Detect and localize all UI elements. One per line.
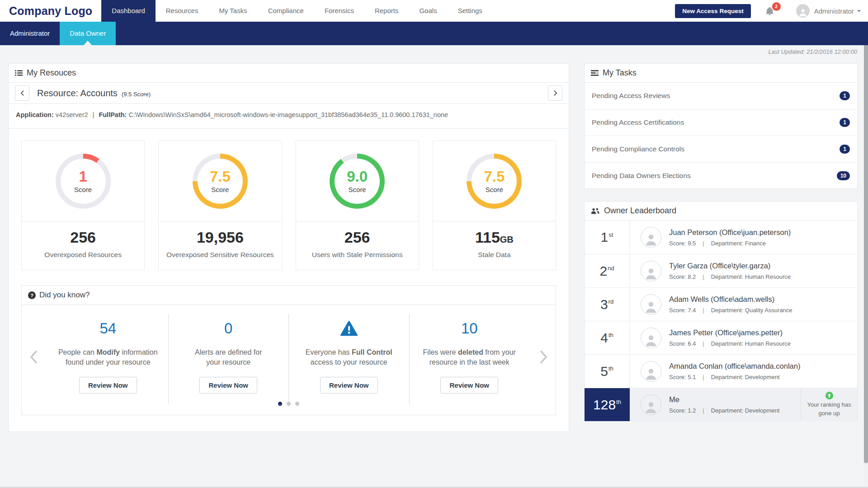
carousel-text: Files were deleted from your resource in… [415, 347, 523, 367]
score-cards: 1 Score 256 Overexposed Resources 7.5 Sc… [21, 141, 556, 270]
nav-item-forensics[interactable]: Forensics [314, 0, 364, 22]
leaderboard-row-1[interactable]: 1st Juan Peterson (Office\juan.peterson)… [585, 221, 857, 254]
owner-score: Score: 7.4 [669, 307, 696, 314]
next-resource-button[interactable] [548, 85, 562, 101]
carousel-next-button[interactable] [539, 349, 547, 366]
panel-title: My Resouces [27, 68, 76, 78]
question-circle-icon: ? [28, 291, 36, 299]
score-value: 9.0 [347, 169, 368, 184]
rank-suffix: st [609, 231, 613, 238]
application-label: Application: [16, 111, 54, 118]
fullpath-label: FullPath: [99, 111, 127, 118]
text-pre: Everyone has [306, 348, 352, 356]
card-overexposed-sensitive-resources: 7.5 Score 19,956 Overexposed Sensitive R… [158, 141, 282, 270]
score-donut: 1 Score [56, 154, 111, 209]
task-row-pending-access-certifications[interactable]: Pending Access Certifications 1 [585, 109, 857, 136]
nav-item-dashboard[interactable]: Dashboard [101, 0, 155, 22]
did-you-know-header: ? Did you know? [22, 286, 556, 305]
leaderboard-row-2[interactable]: 2nd Tyler Garza (Office\tyler.garza) Sco… [585, 254, 857, 287]
subnav-tab-data-owner[interactable]: Data Owner [60, 22, 116, 45]
card-overexposed-resources: 1 Score 256 Overexposed Resources [21, 141, 145, 270]
text-bold: Full Control [352, 348, 392, 356]
carousel-item-modify: 54 People can Modify information found u… [48, 314, 169, 404]
card-label: Users with Stale Permissions [299, 251, 416, 259]
previous-resource-button[interactable] [15, 85, 29, 101]
carousel-dots [22, 399, 556, 408]
nav-item-reports[interactable]: Reports [364, 0, 409, 22]
review-now-button[interactable]: Review Now [440, 377, 498, 394]
nav-item-resources[interactable]: Resources [156, 0, 209, 22]
review-now-button[interactable]: Review Now [320, 377, 378, 394]
my-resources-header: My Resouces [9, 64, 569, 83]
leaderboard-row-3[interactable]: 3rd Adam Wells (Office\adam.wells) Score… [585, 287, 857, 321]
carousel-text: Everyone has Full Control access to your… [297, 347, 401, 367]
rank-cell: 3rd [585, 288, 630, 321]
task-row-pending-access-reviews[interactable]: Pending Access Reviews 1 [585, 83, 857, 109]
caret-down-icon [857, 10, 861, 12]
rank-suffix: rd [609, 298, 614, 305]
person-icon [642, 399, 660, 415]
avatar [641, 361, 661, 382]
nav-item-compliance[interactable]: Compliance [258, 0, 314, 22]
score-caption: Score [211, 186, 229, 193]
owner-department: Department: Quality Assurance [711, 307, 793, 314]
owner-name: Juan Peterson (Office\juan.peterson) [669, 228, 791, 237]
leaderboard-row-me[interactable]: 128th Me Score: 1.2|Department: Developm… [585, 388, 857, 421]
user-name: Administrator [814, 7, 854, 15]
review-now-button[interactable]: Review Now [199, 377, 257, 394]
header-right: New Access Request 2 Administrator [675, 0, 868, 22]
task-row-pending-compliance-controls[interactable]: Pending Compliance Controls 1 [585, 136, 857, 162]
leaderboard-row-4[interactable]: 4th James Petter (Office\james.petter) S… [585, 321, 857, 354]
carousel-stat: 54 [48, 319, 168, 338]
owner-department: Department: Finance [711, 240, 766, 247]
carousel-dot[interactable] [295, 402, 299, 406]
my-resources-panel: My Resouces Resource: Accounts (9.5 Scor… [8, 63, 569, 432]
rank-number: 2 [599, 263, 607, 279]
card-users-stale-permissions: 9.0 Score 256 Users with Stale Permissio… [296, 141, 419, 270]
resource-navigator: Resource: Accounts (9.5 Score) [9, 83, 569, 104]
new-access-request-button[interactable]: New Access Request [675, 4, 750, 18]
person-icon [642, 298, 660, 314]
task-count-badge: 1 [840, 118, 850, 127]
path-separator: | [93, 111, 94, 118]
owner-leaderboard-header: Owner Leaderboard [585, 202, 857, 221]
meta-separator: | [703, 340, 704, 347]
company-logo[interactable]: Company Logo [0, 0, 101, 22]
main-nav: Dashboard Resources My Tasks Compliance … [101, 0, 493, 22]
card-label: Stale Data [436, 251, 553, 259]
nav-item-goals[interactable]: Goals [409, 0, 447, 22]
carousel-dot[interactable] [278, 402, 282, 406]
person-icon [642, 332, 660, 348]
score-value: 1 [79, 169, 87, 184]
carousel-dot[interactable] [287, 402, 291, 406]
subnav-tab-administrator[interactable]: Administrator [0, 22, 60, 45]
nav-item-my-tasks[interactable]: My Tasks [208, 0, 257, 22]
task-label: Pending Compliance Controls [592, 145, 684, 153]
resource-details: Application: v42server2 | FullPath: C:\W… [9, 104, 569, 129]
nav-item-settings[interactable]: Settings [448, 0, 493, 22]
leaderboard-row-5[interactable]: 5th Amanda Conlan (office\amanda.conlan)… [585, 354, 857, 388]
person-icon [797, 7, 809, 18]
task-label: Pending Access Certifications [592, 118, 684, 127]
user-menu[interactable]: Administrator [796, 4, 861, 18]
task-row-pending-data-owners-elections[interactable]: Pending Data Owners Elections 10 [585, 162, 857, 189]
card-label: Overexposed Resources [24, 251, 142, 259]
review-now-button[interactable]: Review Now [79, 377, 137, 394]
rank-suffix: th [616, 399, 621, 405]
card-value: 115GB [436, 229, 553, 246]
carousel-prev-button[interactable] [30, 349, 38, 366]
carousel-stat: 0 [169, 319, 289, 338]
application-value: v42server2 [56, 111, 88, 118]
owner-meta: Score: 6.4|Department: Human Resource [669, 340, 791, 347]
warning-triangle-icon [340, 321, 358, 337]
owner-name: Amanda Conlan (office\amanda.conlan) [669, 362, 800, 371]
notifications-button[interactable]: 2 [764, 4, 776, 18]
tasks-icon [591, 69, 599, 77]
vertical-scrollbar-thumb[interactable] [864, 44, 868, 463]
owner-name: Adam Wells (Office\adam.wells) [669, 295, 793, 304]
card-value-unit: GB [500, 235, 514, 244]
panel-title: My Tasks [603, 68, 637, 78]
rank-number: 128 [593, 397, 616, 413]
owner-score: Score: 6.4 [669, 340, 696, 347]
panel-title: Owner Leaderboard [604, 206, 676, 216]
